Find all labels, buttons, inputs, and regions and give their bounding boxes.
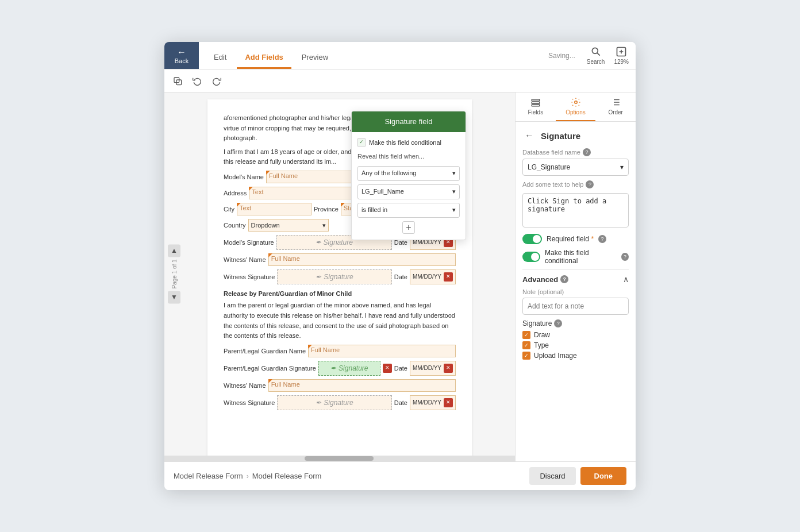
draw-checkbox-row: ✓ Draw [522, 331, 629, 339]
witness2-sig-row: Witness Signature ✒ Signature Date MM/DD… [224, 395, 456, 410]
svg-rect-9 [532, 105, 540, 106]
popup-checkbox[interactable]: ✓ [357, 138, 366, 147]
section-body: I am the parent or legal guardian of the… [224, 300, 456, 341]
required-toggle[interactable] [522, 234, 542, 244]
options-icon [571, 97, 581, 107]
draw-checkbox[interactable]: ✓ [522, 331, 530, 339]
scroll-down-button[interactable]: ▼ [168, 291, 180, 304]
witness2-name-input[interactable]: Full Name [268, 379, 456, 392]
horizontal-scrollbar[interactable] [164, 456, 515, 461]
toolbar [164, 70, 636, 92]
svg-point-0 [592, 48, 598, 53]
witness-sig-field[interactable]: ✒ Signature [277, 269, 391, 284]
help-text-label: Add some text to help ? [522, 180, 629, 188]
db-field-select[interactable]: LG_Signature ▾ [522, 159, 629, 176]
delete-date-4[interactable]: ✕ [444, 398, 453, 407]
discard-button[interactable]: Discard [529, 467, 575, 485]
date-field-4[interactable]: MM/DD/YY ✕ [410, 395, 456, 410]
models-sig-label: Model's Signature [224, 238, 274, 248]
parent-name-field[interactable]: Full Name [308, 345, 456, 357]
parent-sig-row: Parent/Legal Guardian Signature ✒ Signat… [224, 361, 456, 376]
help-text-info-icon[interactable]: ? [586, 180, 594, 188]
breadcrumb-separator: › [247, 472, 249, 480]
scroll-up-button[interactable]: ▲ [168, 244, 180, 257]
delete-date-2[interactable]: ✕ [444, 272, 453, 282]
undo-button[interactable] [189, 72, 206, 90]
conditional-toggle[interactable] [522, 252, 540, 262]
copy-button[interactable] [169, 72, 186, 90]
city-field[interactable]: Text [237, 203, 311, 215]
witness-name-field[interactable]: Full Name [268, 253, 456, 266]
advanced-info-icon[interactable]: ? [560, 275, 568, 283]
witness-date-label: Date [394, 272, 407, 282]
type-checkbox[interactable]: ✓ [522, 341, 530, 349]
conditional-popup: Signature field ✓ Make this field condit… [351, 111, 466, 240]
tab-fields[interactable]: Fields [516, 92, 556, 121]
bottom-bar: Model Release Form › Model Release Form … [164, 461, 636, 490]
note-label: Note (optional) [522, 288, 629, 295]
panel-back-button[interactable]: ← [522, 129, 536, 142]
help-text-input[interactable]: Click Sign to add a signature [522, 193, 629, 228]
parent-name-row: Parent/Legal Guardian Name Full Name [224, 345, 456, 357]
dropdown-field[interactable]: Dropdown ▾ [248, 219, 329, 232]
date-field-3[interactable]: MM/DD/YY ✕ [410, 361, 456, 376]
popup-add-condition-button[interactable]: + [402, 221, 415, 234]
witness2-name-field[interactable]: Full Name [268, 379, 456, 392]
witness2-sig-field[interactable]: ✒ Signature [277, 395, 391, 410]
db-field-info-icon[interactable]: ? [583, 148, 591, 156]
breadcrumb-item-2: Model Release Form [252, 472, 322, 480]
tab-edit[interactable]: Edit [206, 46, 234, 69]
tab-preview[interactable]: Preview [294, 46, 336, 69]
required-info-icon[interactable]: ? [598, 235, 606, 243]
delete-date-3[interactable]: ✕ [444, 364, 453, 373]
search-button[interactable]: Search [587, 46, 605, 65]
popup-dropdown-2[interactable]: LG_Full_Name ▾ [357, 184, 460, 199]
scrollbar-thumb[interactable] [305, 456, 374, 461]
tab-options[interactable]: Options [556, 92, 596, 121]
parent-name-input[interactable]: Full Name [308, 345, 456, 357]
sig-info-icon[interactable]: ? [554, 319, 562, 327]
fields-icon [530, 97, 541, 107]
tab-add-fields[interactable]: Add Fields [237, 46, 291, 69]
conditional-info-icon[interactable]: ? [621, 253, 629, 261]
document-area: ▲ Page 1 of 1 ▼ aforementioned photograp… [164, 92, 515, 461]
search-icon [590, 46, 602, 57]
svg-point-10 [574, 101, 577, 104]
city-input[interactable]: Text [237, 203, 311, 215]
country-label: Country [224, 221, 246, 230]
popup-dropdown-1[interactable]: Any of the following ▾ [357, 166, 460, 181]
tab-order[interactable]: Order [595, 92, 636, 121]
breadcrumb: Model Release Form › Model Release Form [174, 472, 525, 480]
delete-parent-sig[interactable]: ✕ [383, 364, 392, 373]
upload-checkbox-row: ✓ Upload Image [522, 352, 629, 360]
province-label: Province [314, 205, 339, 214]
type-label: Type [534, 341, 549, 349]
witness-sig-label: Witness Signature [224, 272, 275, 282]
svg-line-1 [597, 53, 600, 56]
witness2-sig-label: Witness Signature [224, 398, 275, 408]
upload-checkbox[interactable]: ✓ [522, 352, 530, 360]
date-field-2[interactable]: MM/DD/YY ✕ [410, 269, 456, 284]
address-label: Address [224, 188, 247, 198]
note-input[interactable] [522, 298, 629, 315]
section-title: Release by Parent/Guardian of Minor Chil… [224, 289, 456, 299]
advanced-chevron-up[interactable]: ∧ [623, 275, 629, 284]
popup-header: Signature field [352, 111, 466, 132]
popup-dropdown-3[interactable]: is filled in ▾ [357, 203, 460, 218]
popup-checkbox-text: Make this field conditional [369, 138, 441, 148]
witness-name-input[interactable]: Full Name [268, 253, 456, 266]
zoom-button[interactable]: 129% [614, 46, 629, 65]
redo-button[interactable] [208, 72, 225, 90]
done-button[interactable]: Done [580, 467, 627, 485]
panel-title-row: ← Signature [522, 129, 629, 142]
witness-sig-row: Witness Signature ✒ Signature Date MM/DD… [224, 269, 456, 284]
signature-section-label: Signature ? [522, 319, 629, 327]
parent-sig-field[interactable]: ✒ Signature [318, 361, 380, 376]
page-indicator: ▲ Page 1 of 1 ▼ [168, 244, 180, 303]
saving-status: Saving... [548, 52, 575, 60]
page-label: Page 1 of 1 [171, 259, 178, 288]
top-right-actions: Search 129% [580, 42, 636, 69]
witness2-name-row: Witness' Name Full Name [224, 379, 456, 392]
back-button[interactable]: ← Back [164, 42, 199, 69]
top-bar: ← Back Edit Add Fields Preview Saving...… [164, 42, 636, 70]
